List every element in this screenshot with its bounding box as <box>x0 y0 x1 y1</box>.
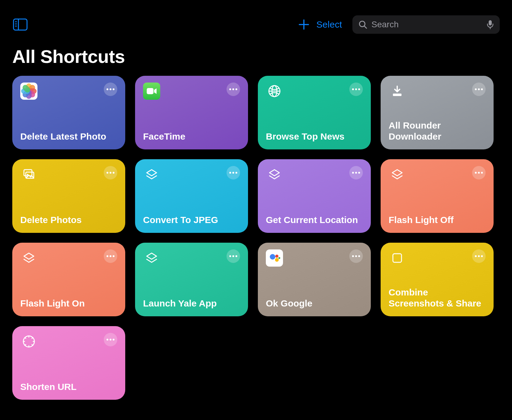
shortcut-card[interactable]: FaceTime <box>135 76 248 149</box>
svg-rect-11 <box>147 88 153 94</box>
card-top-row <box>266 249 363 267</box>
shortcut-label: Launch Yale App <box>143 298 240 309</box>
search-icon <box>359 20 367 29</box>
more-options-button[interactable] <box>472 83 486 96</box>
shortcut-card[interactable]: Ok Google <box>258 243 371 316</box>
download-icon <box>389 83 406 100</box>
shortcut-card[interactable]: Flash Light Off <box>381 159 494 233</box>
shortcut-label: Convert To JPEG <box>143 214 240 225</box>
card-top-row <box>20 83 117 100</box>
more-options-button[interactable] <box>104 249 117 263</box>
shortcut-card[interactable]: Delete Photos <box>12 159 125 233</box>
svg-point-21 <box>275 258 279 262</box>
shortcut-label: Get Current Location <box>266 214 363 225</box>
shortcut-card[interactable]: Launch Yale App <box>135 243 248 316</box>
layers-icon <box>143 166 160 183</box>
square-icon <box>389 249 406 267</box>
card-top-row <box>266 83 363 100</box>
shortcut-label: Combine Screenshots & Share <box>389 287 486 309</box>
more-options-button[interactable] <box>472 166 486 179</box>
add-shortcut-button[interactable] <box>299 19 309 30</box>
shortcuts-grid: Delete Latest PhotoFaceTimeBrowse Top Ne… <box>0 76 512 400</box>
layers-icon <box>389 166 406 183</box>
photos-app-icon <box>20 83 37 100</box>
card-top-row <box>20 249 117 267</box>
shortcut-card[interactable]: Convert To JPEG <box>135 159 248 233</box>
shortcut-label: Delete Photos <box>20 214 117 225</box>
globe-icon <box>266 83 283 100</box>
more-options-button[interactable] <box>349 83 363 96</box>
shortcut-label: Flash Light On <box>20 298 117 309</box>
shortcut-label: Delete Latest Photo <box>20 131 117 142</box>
shortcut-label: FaceTime <box>143 131 240 142</box>
plus-icon <box>299 19 309 30</box>
more-options-button[interactable] <box>227 166 240 179</box>
svg-rect-23 <box>393 254 401 262</box>
more-options-button[interactable] <box>104 166 117 179</box>
shortcut-card[interactable]: Browse Top News <box>258 76 371 149</box>
card-top-row <box>266 166 363 183</box>
page-title: All Shortcuts <box>0 40 512 76</box>
shortcut-label: Browse Top News <box>266 131 363 142</box>
shortcut-label: Shorten URL <box>20 381 117 392</box>
search-input[interactable] <box>371 20 483 29</box>
shortcut-card[interactable]: Delete Latest Photo <box>12 76 125 149</box>
shortcut-card[interactable]: Get Current Location <box>258 159 371 233</box>
card-top-row <box>389 249 486 267</box>
select-button[interactable]: Select <box>316 19 342 30</box>
card-top-row <box>143 166 240 183</box>
shortcut-card[interactable]: Shorten URL <box>12 326 125 400</box>
sidebar-icon <box>13 18 28 31</box>
toolbar: Select <box>0 0 512 40</box>
more-options-button[interactable] <box>104 333 117 346</box>
layers-icon <box>143 249 160 267</box>
svg-point-19 <box>270 254 275 260</box>
svg-rect-9 <box>489 20 492 25</box>
microphone-icon <box>487 20 494 29</box>
search-field-wrap <box>352 15 500 34</box>
svg-rect-15 <box>393 94 401 96</box>
more-options-button[interactable] <box>227 83 240 96</box>
photos-stack-icon <box>20 166 37 183</box>
card-top-row <box>389 83 486 100</box>
more-options-button[interactable] <box>349 249 363 263</box>
svg-line-8 <box>364 26 367 28</box>
sidebar-toggle-button[interactable] <box>13 18 28 31</box>
more-options-button[interactable] <box>104 83 117 96</box>
shortcut-card[interactable]: All Rounder Downloader <box>381 76 494 149</box>
shortcut-label: Flash Light Off <box>389 214 486 225</box>
layers-icon <box>266 166 283 183</box>
more-options-button[interactable] <box>472 249 486 263</box>
facetime-app-icon <box>143 83 160 100</box>
safari-icon <box>20 333 37 350</box>
more-options-button[interactable] <box>227 249 240 263</box>
svg-point-18 <box>27 174 29 175</box>
card-top-row <box>143 83 240 100</box>
layers-icon <box>20 249 37 267</box>
card-top-row <box>20 166 117 183</box>
dictation-button[interactable] <box>487 20 494 29</box>
card-top-row <box>20 333 117 350</box>
shortcut-label: Ok Google <box>266 298 363 309</box>
assistant-app-icon <box>266 249 283 267</box>
more-options-button[interactable] <box>349 166 363 179</box>
svg-point-22 <box>278 257 280 259</box>
card-top-row <box>389 166 486 183</box>
shortcut-card[interactable]: Combine Screenshots & Share <box>381 243 494 316</box>
svg-point-20 <box>275 255 278 258</box>
svg-rect-0 <box>14 19 27 30</box>
shortcut-label: All Rounder Downloader <box>389 120 486 142</box>
card-top-row <box>143 249 240 267</box>
shortcut-card[interactable]: Flash Light On <box>12 243 125 316</box>
